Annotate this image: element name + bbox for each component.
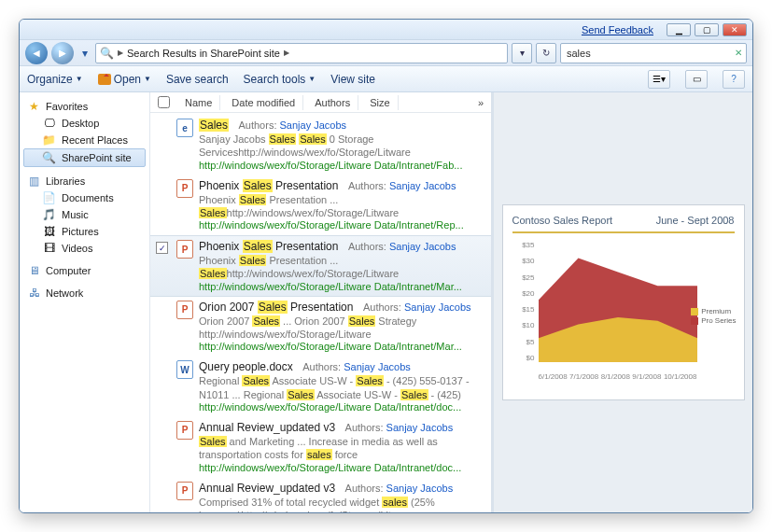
result-snippet: Comprised 31% of total recycled widget s… — [199, 496, 485, 512]
search-result-row[interactable]: WQuery people.docx Authors: Sanjay Jacob… — [150, 357, 491, 417]
desktop-icon: 🖵 — [42, 117, 56, 130]
save-search-button[interactable]: Save search — [166, 73, 229, 86]
search-result-row[interactable]: PAnnual Review_updated v3 Authors: Sanja… — [150, 417, 491, 478]
col-size[interactable]: Size — [362, 95, 398, 110]
chart-x-axis: 6/1/20087/1/20088/1/20089/1/200810/1/200… — [539, 372, 697, 381]
sidebar-item-sharepoint-site[interactable]: 🔍SharePoint site — [23, 148, 146, 167]
previous-loc-button[interactable]: ▾ — [512, 43, 532, 63]
select-all-checkbox[interactable] — [158, 96, 170, 108]
sidebar-item-label: Documents — [62, 192, 114, 203]
author-link[interactable]: Sanjay Jacobs — [389, 241, 456, 252]
video-icon: 🎞 — [42, 242, 56, 255]
authors-label: Authors: — [302, 361, 341, 372]
sidebar-item-pictures[interactable]: 🖼Pictures — [23, 223, 146, 240]
close-button[interactable]: ✕ — [723, 23, 747, 36]
search-input[interactable]: ✕ — [560, 43, 747, 63]
chevron-right-icon: ▶ — [118, 49, 123, 57]
author-link[interactable]: Sanjay Jacobs — [389, 180, 456, 191]
chart-subtitle: June - Sept 2008 — [656, 215, 735, 226]
result-title: Query people.docx — [199, 360, 293, 373]
author-link[interactable]: Sanjay Jacobs — [386, 422, 454, 433]
result-title: Sales — [199, 119, 229, 132]
search-icon: 🔍 — [100, 47, 114, 60]
back-button[interactable]: ◄ — [25, 42, 48, 64]
sidebar-item-music[interactable]: 🎵Music — [23, 206, 146, 223]
clear-search-icon[interactable]: ✕ — [735, 48, 742, 58]
send-feedback-link[interactable]: Send Feedback — [582, 24, 653, 35]
result-snippet: Sanjay Jacobs Sales Sales 0 Storage Serv… — [199, 133, 485, 160]
result-snippet: Phoenix Sales Presentation ... Saleshttp… — [199, 254, 485, 281]
breadcrumb-text[interactable]: Search Results in SharePoint site — [127, 48, 280, 59]
authors-label: Authors: — [348, 241, 386, 252]
search-result-row[interactable]: PPhoenix Sales Presentation Authors: San… — [150, 175, 491, 236]
maximize-button[interactable]: ▢ — [695, 23, 719, 36]
result-url: http://windows/wex/fo/Storage/Litware Da… — [199, 462, 485, 473]
authors-label: Authors: — [345, 483, 384, 494]
file-type-icon: P — [176, 240, 193, 259]
file-type-icon: e — [176, 119, 193, 137]
author-link[interactable]: Sanjay Jacobs — [386, 483, 454, 494]
address-bar: ◄ ► ▾ 🔍 ▶ Search Results in SharePoint s… — [20, 40, 752, 66]
refresh-button[interactable]: ↻ — [536, 43, 556, 63]
main-area: ★Favorites 🖵Desktop📁Recent Places🔍ShareP… — [20, 92, 752, 512]
author-link[interactable]: Sanjay Jacobs — [344, 361, 411, 372]
file-type-icon: P — [176, 179, 193, 198]
search-result-row[interactable]: ✓PPhoenix Sales Presentation Authors: Sa… — [150, 235, 491, 297]
sidebar-item-videos[interactable]: 🎞Videos — [23, 240, 146, 257]
preview-pane: Contoso Sales Report June - Sept 2008 $3… — [491, 92, 752, 512]
column-headers: Name Date modified Authors Size » — [150, 92, 491, 113]
search-result-row[interactable]: POrion 2007 Sales Presentation Authors: … — [150, 297, 491, 357]
open-icon — [98, 74, 111, 85]
nav-pane: ★Favorites 🖵Desktop📁Recent Places🔍ShareP… — [20, 92, 150, 512]
sidebar-item-desktop[interactable]: 🖵Desktop — [23, 115, 146, 132]
minimize-button[interactable]: ▁ — [667, 23, 691, 36]
help-button[interactable]: ? — [723, 70, 745, 89]
toolbar: Organize▼ Open▼ Save search Search tools… — [20, 66, 752, 92]
results-list[interactable]: eSales Authors: Sanjay JacobsSanjay Jaco… — [150, 113, 491, 512]
open-menu[interactable]: Open▼ — [98, 73, 151, 86]
file-type-icon: W — [176, 360, 193, 379]
breadcrumb[interactable]: 🔍 ▶ Search Results in SharePoint site ▶ — [95, 43, 508, 63]
history-dropdown-icon[interactable]: ▾ — [77, 47, 91, 60]
result-url: http://windows/wex/fo/Storage/Litware Da… — [199, 341, 485, 352]
search-tools-menu[interactable]: Search tools▼ — [244, 73, 316, 86]
sidebar-item-recent-places[interactable]: 📁Recent Places — [23, 132, 146, 148]
result-snippet: Regional Sales Associate US-W - Sales - … — [199, 374, 485, 401]
row-checkbox[interactable]: ✓ — [156, 242, 168, 254]
search-result-row[interactable]: PAnnual Review_updated v3 Authors: Sanja… — [150, 478, 491, 512]
sidebar-item-documents[interactable]: 📄Documents — [23, 189, 146, 206]
col-name[interactable]: Name — [177, 95, 220, 110]
favorites-header[interactable]: ★Favorites — [23, 98, 146, 115]
chart-preview: Contoso Sales Report June - Sept 2008 $3… — [502, 204, 745, 400]
computer-header[interactable]: 🖥Computer — [23, 262, 146, 279]
sidebar-item-label: Recent Places — [62, 134, 128, 146]
authors-label: Authors: — [363, 301, 401, 313]
search-result-row[interactable]: eSales Authors: Sanjay JacobsSanjay Jaco… — [150, 115, 491, 175]
chart-title: Contoso Sales Report — [512, 215, 613, 226]
author-link[interactable]: Sanjay Jacobs — [404, 301, 471, 313]
libraries-header[interactable]: ▥Libraries — [23, 173, 146, 189]
chart-y-axis: $35$30$25$20$15$10$5$0 — [512, 241, 535, 362]
forward-button[interactable]: ► — [51, 42, 74, 64]
network-header[interactable]: 🖧Network — [23, 285, 146, 301]
sidebar-item-label: Videos — [62, 243, 92, 254]
view-site-button[interactable]: View site — [330, 73, 375, 86]
result-url: http://windows/wex/fo/Storage/Litware Da… — [199, 401, 485, 413]
chevron-right-icon: ▶ — [284, 49, 289, 57]
preview-pane-button[interactable]: ▭ — [685, 70, 708, 89]
col-date[interactable]: Date modified — [224, 95, 303, 110]
docs-icon: 📄 — [42, 191, 56, 204]
search-icon: 🔍 — [42, 151, 56, 164]
organize-menu[interactable]: Organize▼ — [27, 73, 83, 86]
results-pane: Name Date modified Authors Size » eSales… — [150, 92, 491, 512]
col-authors[interactable]: Authors — [307, 95, 358, 110]
more-columns-icon[interactable]: » — [470, 95, 491, 110]
chart-legend: PremiumPro Series — [691, 306, 736, 326]
result-title: Phoenix Sales Presentation — [199, 240, 338, 253]
search-field[interactable] — [565, 47, 735, 60]
author-link[interactable]: Sanjay Jacobs — [280, 119, 347, 131]
authors-label: Authors: — [238, 119, 276, 131]
view-options-button[interactable]: ☰▾ — [648, 70, 670, 89]
result-snippet: Phoenix Sales Presentation ... Saleshttp… — [199, 193, 485, 220]
explorer-window: Send Feedback ▁ ▢ ✕ ◄ ► ▾ 🔍 ▶ Search Res… — [19, 19, 753, 513]
